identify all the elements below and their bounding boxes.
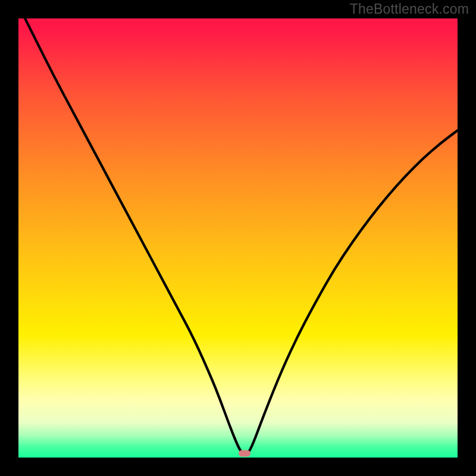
watermark-text: TheBottleneck.com bbox=[350, 1, 469, 17]
chart-frame: TheBottleneck.com bbox=[0, 0, 476, 476]
minimum-marker bbox=[239, 450, 250, 457]
bottleneck-curve bbox=[18, 18, 458, 458]
plot-area bbox=[18, 18, 458, 458]
